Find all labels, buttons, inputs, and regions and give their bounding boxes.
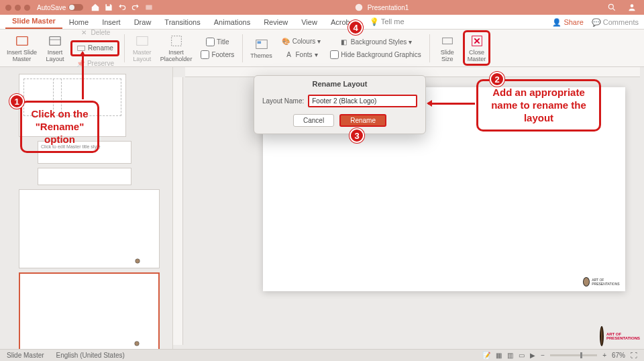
status-language[interactable]: English (United States) xyxy=(56,352,125,359)
save-icon[interactable] xyxy=(104,3,113,12)
slide-size-button[interactable]: Slide Size xyxy=(435,32,460,64)
hide-bg-checkbox[interactable]: Hide Background Graphics xyxy=(327,49,425,60)
delete-label: Delete xyxy=(91,29,110,36)
tab-slide-master[interactable]: Slide Master xyxy=(5,14,62,29)
svg-rect-4 xyxy=(16,36,28,45)
close-master-label: Close Master xyxy=(468,50,486,63)
svg-rect-0 xyxy=(146,5,152,10)
preserve-label: Preserve xyxy=(87,60,114,67)
svg-point-2 xyxy=(608,4,613,9)
insert-layout-label: Insert Layout xyxy=(46,50,64,63)
undo-icon[interactable] xyxy=(117,3,127,12)
notes-button[interactable]: 📝 xyxy=(482,352,490,359)
home-icon[interactable] xyxy=(91,3,100,12)
svg-rect-5 xyxy=(50,36,61,45)
close-master-button[interactable]: Close Master xyxy=(463,30,491,66)
autosave-toggle[interactable] xyxy=(68,4,83,11)
view-sorter-icon[interactable]: ▥ xyxy=(507,352,513,359)
title-cb-input[interactable] xyxy=(206,38,215,46)
view-normal-icon[interactable]: ▦ xyxy=(496,352,502,359)
delete-button: ✕Delete xyxy=(70,27,119,39)
svg-point-3 xyxy=(631,4,634,7)
layout-name-label: Layout Name: xyxy=(262,97,304,105)
badge-3: 3 xyxy=(350,128,364,143)
watermark-logo: ART OF PRESENTATIONS xyxy=(600,325,640,348)
themes-label: Themes xyxy=(250,53,272,60)
redo-icon[interactable] xyxy=(131,3,140,12)
close-master-icon xyxy=(470,34,484,48)
minimize-dot[interactable] xyxy=(15,5,21,11)
share-button[interactable]: 👤 Share xyxy=(552,18,583,27)
zoom-slider[interactable] xyxy=(550,354,597,356)
status-mode: Slide Master xyxy=(7,352,44,359)
tab-draw[interactable]: Draw xyxy=(127,15,158,29)
tab-review[interactable]: Review xyxy=(257,15,294,29)
watermark-text: ART OF PRESENTATIONS xyxy=(606,332,640,340)
hide-bg-input[interactable] xyxy=(330,50,339,59)
arrow-1 xyxy=(82,52,84,99)
insert-layout-button[interactable]: Insert Layout xyxy=(42,32,68,64)
title-text: Presentation1 xyxy=(368,4,409,11)
qat-icon[interactable] xyxy=(144,3,154,12)
bg-styles-icon: ◧ xyxy=(339,37,349,46)
user-icon[interactable] xyxy=(627,3,637,12)
zoom-in-button[interactable]: + xyxy=(602,352,606,359)
layout-name-input[interactable] xyxy=(308,95,417,107)
tab-view[interactable]: View xyxy=(294,15,324,29)
badge-4: 4 xyxy=(348,20,363,35)
zoom-dot[interactable] xyxy=(24,5,30,11)
hide-bg-label: Hide Background Graphics xyxy=(341,51,421,58)
colours-icon: 🎨 xyxy=(281,37,290,46)
themes-button[interactable]: Themes xyxy=(248,36,275,61)
tab-tellme[interactable]: 💡 Tell me xyxy=(363,15,411,29)
fit-button[interactable]: ⛶ xyxy=(631,352,637,359)
slide-logo-text: ART OF PRESENTATIONS xyxy=(592,278,620,286)
colours-button[interactable]: 🎨Colours ▾ xyxy=(278,36,324,48)
layout-thumb-2[interactable] xyxy=(38,168,131,185)
comments-button[interactable]: 💬 Comments xyxy=(592,18,639,27)
tellme-label: Tell me xyxy=(381,17,405,25)
master-layout-button: Master Layout xyxy=(129,32,155,64)
themes-icon xyxy=(254,37,269,52)
comments-label: Comments xyxy=(603,18,639,26)
title-bar: AutoSave Presentation1 xyxy=(0,0,644,15)
fonts-button[interactable]: AFonts ▾ xyxy=(278,49,324,61)
share-label: Share xyxy=(564,18,583,26)
tab-animations[interactable]: Animations xyxy=(207,15,257,29)
footers-cb-label: Footers xyxy=(211,51,234,58)
view-reading-icon[interactable]: ▭ xyxy=(519,352,525,359)
insert-slide-master-button[interactable]: Insert Slide Master xyxy=(4,32,40,64)
dialog-rename-button[interactable]: Rename xyxy=(339,114,386,127)
zoom-out-button[interactable]: − xyxy=(541,352,545,359)
layout-thumb-3[interactable] xyxy=(19,189,160,268)
rename-button[interactable]: Rename xyxy=(70,40,119,56)
badge-2: 2 xyxy=(490,72,504,87)
arrow-2 xyxy=(428,103,475,105)
slide-master-icon xyxy=(15,34,30,48)
window-controls[interactable] xyxy=(5,5,30,11)
fonts-icon: A xyxy=(284,50,294,60)
insert-placeholder-button[interactable]: Insert Placeholder xyxy=(158,32,195,64)
bg-styles-button[interactable]: ◧Background Styles ▾ xyxy=(327,36,425,48)
search-icon[interactable] xyxy=(607,3,616,12)
layout-thumb-selected[interactable] xyxy=(19,272,160,349)
title-checkbox[interactable]: Title xyxy=(197,36,237,48)
callout-2: Add an appropriate name to rename the la… xyxy=(476,79,601,132)
layout-icon xyxy=(48,34,62,48)
rename-layout-dialog: Rename Layout Layout Name: Cancel Rename xyxy=(254,75,426,134)
close-dot[interactable] xyxy=(5,5,11,11)
badge-1: 1 xyxy=(9,94,24,109)
ribbon: Insert Slide Master Insert Layout ✕Delet… xyxy=(0,30,644,67)
tab-transitions[interactable]: Transitions xyxy=(158,15,207,29)
ppt-icon xyxy=(354,3,364,12)
insert-slide-master-label: Insert Slide Master xyxy=(7,50,37,63)
footers-cb-input[interactable] xyxy=(201,50,209,59)
view-slideshow-icon[interactable]: ▶ xyxy=(530,352,535,359)
ruler-vertical xyxy=(173,77,183,345)
zoom-level[interactable]: 67% xyxy=(612,352,625,359)
footers-checkbox[interactable]: Footers xyxy=(197,49,237,60)
autosave-label: AutoSave xyxy=(37,4,66,11)
slide-logo: ART OF PRESENTATIONS xyxy=(583,276,620,287)
bg-styles-label: Background Styles xyxy=(351,38,407,46)
cancel-button[interactable]: Cancel xyxy=(293,114,334,127)
